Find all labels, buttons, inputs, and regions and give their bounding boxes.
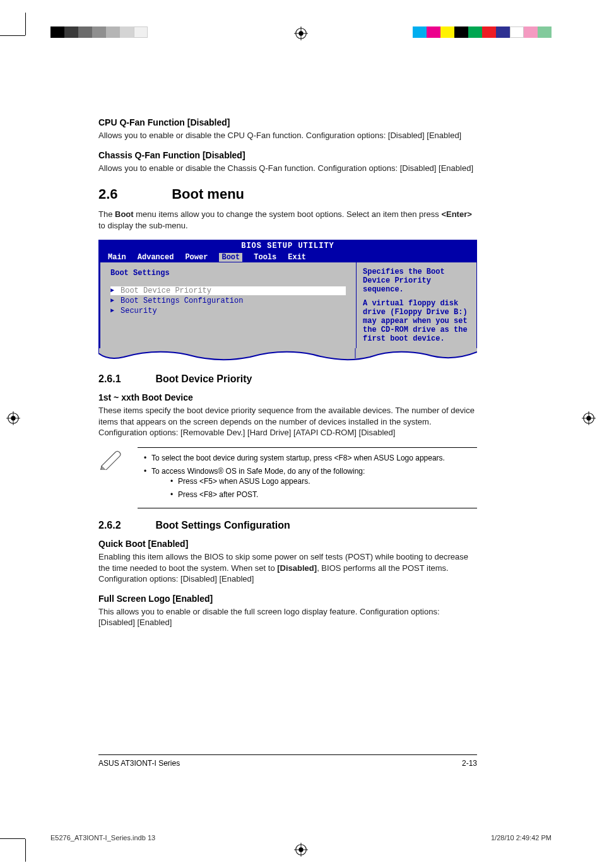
registration-mark-icon bbox=[6, 411, 20, 428]
note-item-2: To access Windows® OS in Safe Mode, do a… bbox=[144, 466, 477, 500]
registration-mark-icon bbox=[294, 26, 308, 43]
heading-full-screen-logo: Full Screen Logo [Enabled] bbox=[98, 594, 477, 604]
subsection-title: Boot Device Priority bbox=[155, 373, 252, 384]
registration-mark-icon bbox=[294, 843, 308, 859]
note-block: To select the boot device during system … bbox=[98, 447, 477, 508]
print-marks-bottom: E5276_AT3IONT-I_Series.indb 13 1/28/10 2… bbox=[0, 836, 602, 862]
section-number: 2.6 bbox=[98, 186, 168, 202]
bios-item-boot-device-priority[interactable]: Boot Device Priority bbox=[110, 286, 346, 295]
heading-boot-menu: 2.6 Boot menu bbox=[98, 186, 477, 202]
body-boot-priority: These items specify the boot device prio… bbox=[98, 405, 477, 438]
torn-edge-icon bbox=[98, 348, 477, 362]
bios-screenshot: BIOS SETUP UTILITY Main Advanced Power B… bbox=[98, 240, 477, 362]
bios-item-security[interactable]: Security bbox=[110, 307, 346, 315]
bios-menu-tools[interactable]: Tools bbox=[254, 253, 276, 262]
bios-menu-bar: Main Advanced Power Boot Tools Exit bbox=[98, 252, 477, 262]
page-footer: ASUS AT3IONT-I Series 2-13 bbox=[98, 754, 477, 768]
footer-page-number: 2-13 bbox=[462, 759, 477, 768]
bios-menu-power[interactable]: Power bbox=[185, 253, 208, 262]
bios-help-text-1: Specifies the Boot Device Priority seque… bbox=[363, 267, 470, 294]
body-boot-menu-intro: The Boot menu items allow you to change … bbox=[98, 209, 477, 231]
section-title: Boot menu bbox=[172, 186, 244, 202]
heading-1st-xxth: 1st ~ xxth Boot Device bbox=[98, 392, 477, 402]
note-content: To select the boot device during system … bbox=[138, 447, 477, 508]
bios-help-text-2: A virtual floppy disk drive (Floppy Driv… bbox=[363, 299, 470, 343]
bios-item-boot-settings-config[interactable]: Boot Settings Configuration bbox=[110, 296, 346, 305]
body-full-screen-logo: This allows you to enable or disable the… bbox=[98, 606, 477, 628]
registration-mark-icon bbox=[582, 411, 596, 428]
heading-cpu-qfan: CPU Q-Fan Function [Disabled] bbox=[98, 117, 477, 127]
heading-boot-device-priority: 2.6.1 Boot Device Priority bbox=[98, 373, 477, 385]
subsection-number: 2.6.1 bbox=[98, 373, 153, 385]
note-item-2b: Press <F8> after POST. bbox=[170, 490, 477, 500]
bios-help-pane: Specifies the Boot Device Priority seque… bbox=[357, 262, 476, 348]
heading-quick-boot: Quick Boot [Enabled] bbox=[98, 539, 477, 549]
body-cpu-qfan: Allows you to enable or disable the CPU … bbox=[98, 130, 477, 141]
bios-menu-advanced[interactable]: Advanced bbox=[138, 253, 174, 262]
note-pen-icon bbox=[98, 447, 124, 472]
bios-pane-heading: Boot Settings bbox=[110, 269, 346, 278]
note-item-2a: Press <F5> when ASUS Logo appears. bbox=[170, 476, 477, 487]
color-strip bbox=[413, 26, 552, 38]
bios-title: BIOS SETUP UTILITY bbox=[98, 240, 477, 252]
body-chassis-qfan: Allows you to enable or disable the Chas… bbox=[98, 163, 477, 174]
note-item-1: To select the boot device during system … bbox=[144, 453, 477, 464]
print-marks-top bbox=[0, 13, 602, 32]
bios-menu-boot[interactable]: Boot bbox=[219, 253, 242, 262]
subsection-title: Boot Settings Configuration bbox=[155, 520, 290, 531]
imposition-filename: E5276_AT3IONT-I_Series.indb 13 bbox=[50, 834, 155, 842]
bios-menu-exit[interactable]: Exit bbox=[288, 253, 306, 262]
heading-chassis-qfan: Chassis Q-Fan Function [Disabled] bbox=[98, 150, 477, 160]
grayscale-strip bbox=[50, 26, 148, 38]
subsection-number: 2.6.2 bbox=[98, 520, 153, 531]
imposition-timestamp: 1/28/10 2:49:42 PM bbox=[491, 834, 552, 842]
heading-boot-settings-config: 2.6.2 Boot Settings Configuration bbox=[98, 520, 477, 531]
body-quick-boot: Enabling this item allows the BIOS to sk… bbox=[98, 551, 477, 585]
bios-left-pane: Boot Settings Boot Device Priority Boot … bbox=[100, 262, 357, 348]
document-body: CPU Q-Fan Function [Disabled] Allows you… bbox=[98, 114, 477, 637]
footer-product: ASUS AT3IONT-I Series bbox=[98, 759, 180, 768]
bios-menu-main[interactable]: Main bbox=[108, 253, 126, 262]
